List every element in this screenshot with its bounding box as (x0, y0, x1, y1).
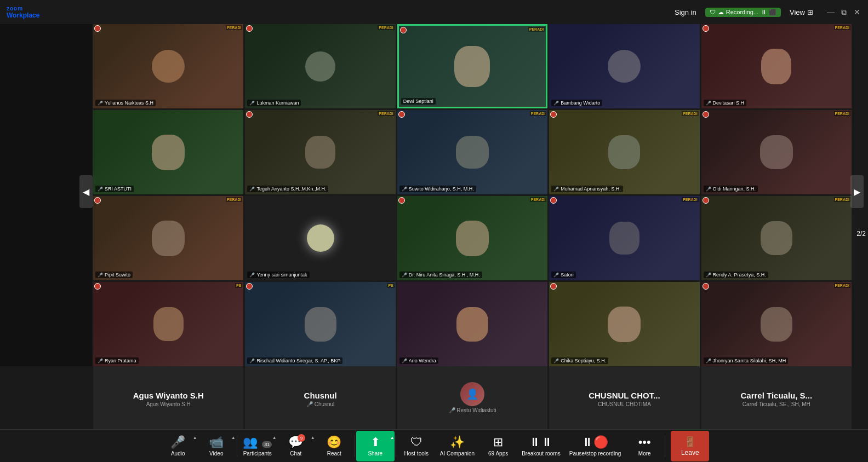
audio-participant-name: Agus Wiyanto S.H (133, 391, 204, 400)
mute-icon: 🎤 (402, 187, 407, 192)
view-label: View (790, 8, 805, 16)
ai-companion-label: AI Companion (440, 451, 475, 457)
audio-participant-sub: Agus Wiyanto S.H (146, 401, 191, 407)
participant-name: 🎤 Oldi Maringan, S.H. (704, 186, 758, 192)
pause-recording-button[interactable]: ⏸🔴 Pause/stop recording (565, 431, 626, 461)
mute-icon: 🎤 (553, 101, 559, 106)
mute-icon: 🎤 (98, 359, 103, 363)
more-icon: ••• (638, 435, 651, 449)
video-label: Video (209, 451, 223, 457)
recording-badge: 🛡 ☁ Recording... ⏸ ⬛ (705, 8, 781, 17)
prev-page-button[interactable]: ◀ (79, 175, 93, 208)
bottom-toolbar: 🎤 Audio ▲ 📹 Video ▲ 👥 31 Participants ▲ … (0, 429, 868, 462)
pause-recording-label: Pause/stop recording (569, 451, 621, 457)
apps-label: 69 Apps (488, 451, 508, 457)
more-label: More (638, 451, 651, 457)
zoom-brand: zoom (7, 5, 39, 11)
audio-caret[interactable]: ▲ (193, 435, 197, 440)
mute-icon: 🎤 (402, 273, 407, 278)
audio-participant: 👤 🎤 Restu Widiastuti (397, 366, 547, 429)
participant-name: 🎤 Suwito Widiraharjo, S.H, M.H. (399, 186, 476, 192)
participants-button[interactable]: 👥 31 Participants ▲ (238, 431, 277, 461)
cloud-icon: ☁ (718, 9, 724, 16)
restore-button[interactable]: ⧉ (840, 8, 848, 16)
minimize-button[interactable]: — (826, 8, 835, 16)
video-tile: 🎤 Chika Septiayu, S.H. (549, 282, 699, 366)
video-tile: PERADI 🎤 Oldi Maringan, S.H. (701, 110, 852, 194)
recording-label: Recording... (726, 9, 758, 15)
mute-icon: 🎤 (249, 101, 255, 106)
grid-icon: ⊞ (807, 8, 813, 16)
toolbar-divider (396, 435, 396, 457)
pause-recording-icon[interactable]: ⏸ (761, 9, 767, 15)
participant-name: 🎤 Ryan Pratama (95, 357, 139, 364)
video-grid: PERADI 🎤 Yulianus Naikteas S.H PERADI 🎤 … (93, 24, 852, 366)
pause-stop-icon: ⏸🔴 (581, 435, 608, 449)
participant-name: 🎤 Teguh Ariyanto S.H.,M.Kn.,M.H. (247, 186, 328, 192)
chat-button[interactable]: 💬 9 Chat ▲ (277, 431, 315, 461)
video-tile: PERADI 🎤 Pipit Suwito (93, 196, 243, 280)
audio-participant-sub: 🎤 Chusnul (306, 401, 334, 407)
audio-participant-sub: 🎤 Restu Widiastuti (449, 407, 496, 413)
mute-icon: 🎤 (98, 101, 103, 106)
mute-icon: 🎤 (98, 273, 103, 278)
toolbar-divider (355, 435, 355, 457)
mute-icon: 🎤 (706, 359, 711, 363)
audio-participant: Carrel Ticualu, S... Carrel Ticualu, SE.… (701, 366, 852, 429)
breakout-rooms-button[interactable]: ⏸⏸ Breakout rooms (517, 431, 565, 461)
top-bar: zoom Workplace Sign in 🛡 ☁ Recording... … (0, 0, 868, 24)
participants-label: Participants (243, 451, 272, 457)
ai-companion-icon: ✨ (450, 435, 465, 449)
toolbar-divider (237, 435, 237, 457)
side-panel-left (0, 24, 92, 366)
participant-name: 🎤 Bambang Widarto (551, 100, 602, 106)
participants-icon: 👥 31 (243, 435, 272, 449)
mute-icon: 🎤 (553, 273, 559, 278)
react-button[interactable]: 😊 React (315, 431, 353, 461)
video-tile: 🎤 Yenny sari simanjuntak (245, 196, 395, 280)
sign-in-button[interactable]: Sign in (675, 8, 696, 16)
view-button[interactable]: View ⊞ (790, 8, 813, 16)
leave-button[interactable]: 🚪 Leave (671, 431, 709, 461)
audio-button[interactable]: 🎤 Audio ▲ (159, 431, 197, 461)
video-grid-wrapper: PERADI 🎤 Yulianus Naikteas S.H PERADI 🎤 … (93, 24, 852, 366)
video-caret[interactable]: ▲ (231, 435, 236, 440)
video-tile: PERADI 🎤 Suwito Widiraharjo, S.H, M.H. (397, 110, 547, 194)
video-button[interactable]: 📹 Video ▲ (197, 431, 236, 461)
stop-recording-icon[interactable]: ⬛ (769, 9, 776, 16)
audio-participant-name: CHUSNUL CHOT... (589, 391, 660, 400)
share-button[interactable]: ⬆ Share ▲ (356, 431, 395, 461)
participant-name: 🎤 Chika Septiayu, S.H. (551, 357, 608, 364)
participant-name: 🎤 Satori (551, 272, 576, 278)
host-tools-button[interactable]: 🛡 Host tools (397, 431, 436, 461)
audio-participant-name: Chusnul (304, 391, 337, 400)
participant-name: 🎤 Yenny sari simanjuntak (247, 272, 309, 278)
chat-caret[interactable]: ▲ (311, 435, 315, 440)
mute-icon: 🎤 (98, 187, 103, 192)
apps-button[interactable]: ⊞ 69 Apps (479, 431, 517, 461)
video-tile: PERADI 🎤 Lukman Kurniawan (245, 24, 395, 108)
chat-icon: 💬 9 (288, 435, 303, 449)
share-caret[interactable]: ▲ (390, 435, 395, 440)
participant-name: 🎤 SRI ASTUTI (95, 186, 134, 192)
more-button[interactable]: ••• More (625, 431, 664, 461)
mute-icon: 🎤 (306, 401, 313, 407)
mute-icon: 🎤 (706, 101, 711, 106)
participant-name: 🎤 Rendy A. Prasetya, S.H. (704, 272, 768, 278)
ai-companion-button[interactable]: ✨ AI Companion (436, 431, 479, 461)
participant-name: 🎤 Dr. Niru Anita Sinaga, S.H., M.H. (399, 272, 482, 278)
participants-caret[interactable]: ▲ (272, 435, 277, 440)
mute-icon: 🎤 (402, 359, 407, 363)
participant-name: 🎤 Jhonryan Samta Silalahi, SH, MH (704, 357, 789, 364)
video-tile: PERADI 🎤 Rendy A. Prasetya, S.H. (701, 196, 852, 280)
close-button[interactable]: ✕ (853, 8, 861, 16)
audio-avatar: 👤 (460, 382, 484, 406)
shield-icon: 🛡 (710, 9, 716, 15)
participant-name: 🎤 Devitasari S.H (704, 100, 747, 106)
breakout-label: Breakout rooms (522, 451, 561, 457)
video-icon: 📹 (209, 435, 224, 449)
next-page-button[interactable]: ▶ (850, 175, 864, 208)
video-tile: 🎤 Ario Wendra (397, 282, 547, 366)
mute-icon: 🎤 (249, 273, 255, 278)
host-tools-label: Host tools (404, 451, 429, 457)
